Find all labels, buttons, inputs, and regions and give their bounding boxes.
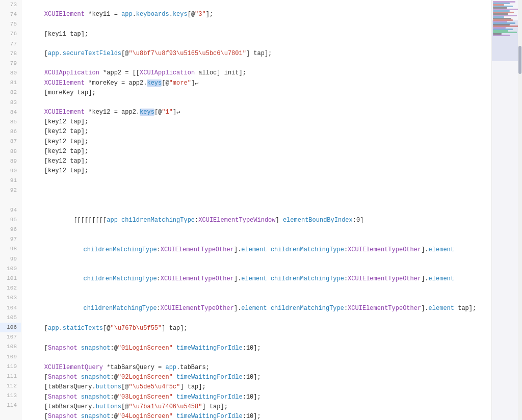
code-line-103: [tabBarsQuery.buttons[@"\u7ba1\u7406\u54… xyxy=(21,402,491,412)
line-numbers: 73 74 75 76 77 78 79 80 81 82 83 84 85 8… xyxy=(0,0,21,420)
ln-110: 110 xyxy=(0,362,21,372)
code-line-90: [key12 tap]; xyxy=(21,166,491,176)
ln-74: 74 xyxy=(0,10,21,19)
ln-82: 82 xyxy=(0,88,21,98)
code-line-74: XCUIElement *key11 = app.keyboards.keys[… xyxy=(21,10,491,19)
code-line-92 xyxy=(21,186,491,196)
code-line-88: [key12 tap]; xyxy=(21,147,491,156)
ln-107: 107 xyxy=(0,332,21,342)
code-line-73 xyxy=(21,0,491,10)
code-line-96 xyxy=(21,333,491,343)
ln-94: 94 xyxy=(0,205,21,215)
ln-99: 99 xyxy=(0,254,21,264)
code-line-98 xyxy=(21,353,491,363)
ln-98: 98 xyxy=(0,245,21,254)
code-line-87: [key12 tap]; xyxy=(21,137,491,147)
ln-91: 91 xyxy=(0,176,21,186)
ln-106: 106 xyxy=(0,323,21,332)
code-line-86: [key12 tap]; xyxy=(21,127,491,137)
ln-100: 100 xyxy=(0,264,21,274)
ln-73: 73 xyxy=(0,0,21,10)
ln-78: 78 xyxy=(0,49,21,59)
code-line-97: [Snapshot snapshot:@"01LoginScreen" time… xyxy=(21,344,491,353)
ln-86: 86 xyxy=(0,127,21,137)
ln-105: 105 xyxy=(0,313,21,323)
code-line-89: [key12 tap]; xyxy=(21,156,491,166)
ln-114: 114 xyxy=(0,401,21,411)
code-line-77 xyxy=(21,39,491,49)
ln-92: 92 xyxy=(0,186,21,196)
ln-112: 112 xyxy=(0,381,21,391)
code-line-78: [app.secureTextFields[@"\u8bf7\u8f93\u51… xyxy=(21,49,491,59)
code-line-101: [tabBarsQuery.buttons[@"\u5de5\u4f5c"] t… xyxy=(21,382,491,392)
ln-83: 83 xyxy=(0,98,21,108)
scrollbar-track[interactable] xyxy=(518,0,522,420)
ln-76: 76 xyxy=(0,30,21,39)
scrollbar-thumb[interactable] xyxy=(518,46,521,74)
ln-88: 88 xyxy=(0,147,21,156)
code-line-91 xyxy=(21,176,491,186)
ln-101: 101 xyxy=(0,274,21,283)
ln-75: 75 xyxy=(0,19,21,29)
minimap[interactable] xyxy=(491,0,522,420)
code-line-84: XCUIElement *key12 = app2.keys[@"1"]↵ xyxy=(21,108,491,117)
ln-103: 103 xyxy=(0,294,21,303)
code-line-85: [key12 tap]; xyxy=(21,117,491,127)
editor-container: 73 74 75 76 77 78 79 80 81 82 83 84 85 8… xyxy=(0,0,522,420)
ln-97: 97 xyxy=(0,235,21,245)
ln-77: 77 xyxy=(0,39,21,49)
ln-108: 108 xyxy=(0,343,21,352)
code-line-75 xyxy=(21,19,491,29)
code-line-80: XCUIApplication *app2 = [[XCUIApplicatio… xyxy=(21,68,491,78)
code-line-102: [Snapshot snapshot:@"03LoginScreen" time… xyxy=(21,392,491,402)
ln-95: 95 xyxy=(0,215,21,225)
ln-79: 79 xyxy=(0,59,21,68)
code-line-81: XCUIElement *moreKey = app2.keys[@"more"… xyxy=(21,78,491,88)
code-line-94: [[[[[[[[[app childrenMatchingType:XCUIEl… xyxy=(21,205,491,324)
ln-102: 102 xyxy=(0,283,21,293)
ln-96: 96 xyxy=(0,225,21,234)
code-line-95: [app.staticTexts[@"\u767b\u5f55"] tap]; xyxy=(21,324,491,333)
ln-104: 104 xyxy=(0,303,21,313)
code-area[interactable]: XCUIElement *key11 = app.keyboards.keys[… xyxy=(21,0,491,420)
code-line-104: [Snapshot snapshot:@"04LoginScreen" time… xyxy=(21,412,491,420)
ln-81: 81 xyxy=(0,78,21,88)
ln-90: 90 xyxy=(0,166,21,176)
ln-93 xyxy=(0,196,21,205)
ln-111: 111 xyxy=(0,372,21,381)
code-line-82: [moreKey tap]; xyxy=(21,88,491,98)
ln-87: 87 xyxy=(0,137,21,147)
code-line-100: [Snapshot snapshot:@"02LoginScreen" time… xyxy=(21,373,491,382)
code-line-99: XCUIElementQuery *tabBarsQuery = app.tab… xyxy=(21,363,491,373)
ln-109: 109 xyxy=(0,352,21,362)
ln-113: 113 xyxy=(0,391,21,401)
code-line-83 xyxy=(21,98,491,108)
code-line-93 xyxy=(21,196,491,205)
code-line-79 xyxy=(21,59,491,68)
ln-85: 85 xyxy=(0,117,21,127)
ln-89: 89 xyxy=(0,156,21,166)
ln-80: 80 xyxy=(0,68,21,78)
code-line-76: [key11 tap]; xyxy=(21,30,491,39)
ln-84: 84 xyxy=(0,108,21,117)
